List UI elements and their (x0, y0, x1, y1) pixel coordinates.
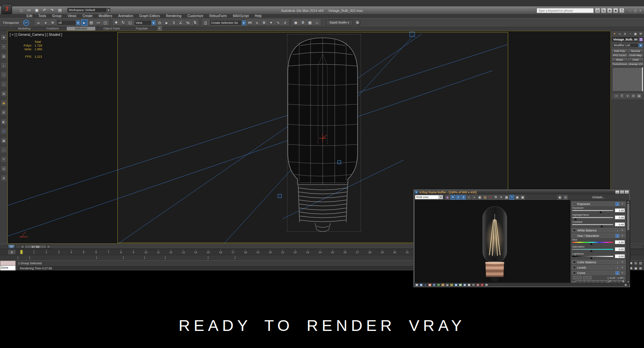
vfb-titlebar[interactable]: V V-Ray frame buffer - [100% of 800 x 43… (414, 190, 630, 194)
select-and-manipulate-icon[interactable]: ► (164, 19, 170, 26)
hue-saturation-section-header[interactable]: ✓ Hue / Saturation ✕ ≡ (572, 233, 626, 238)
menu-icon[interactable]: ≡ (621, 234, 624, 237)
application-button[interactable]: 3 (1, 4, 12, 14)
infocenter-search-input[interactable] (537, 8, 594, 13)
vfb-option-icon[interactable]: ‖ (480, 283, 484, 286)
slider-track[interactable] (572, 210, 613, 211)
slider-thumb[interactable] (574, 218, 577, 220)
ribbon-minimize-icon[interactable]: ▾ (156, 26, 163, 30)
vfb-option-icon[interactable]: ▦ (415, 283, 419, 286)
menu-item[interactable]: Graph Editors (136, 14, 163, 18)
qr-badge-icon[interactable]: QR (23, 20, 29, 26)
track-mouse-icon[interactable]: ✦ (499, 195, 503, 200)
maximize-viewport-icon[interactable]: ⊡ (638, 261, 643, 265)
vfb-option-icon[interactable]: ▣ (454, 283, 458, 286)
align-icon[interactable]: ≡ (254, 19, 260, 26)
listener-line[interactable]: Done (0, 266, 16, 271)
modifier-button[interactable]: Cloth (628, 58, 643, 62)
menu-icon[interactable]: ≡ (621, 271, 624, 275)
slider-thumb[interactable] (599, 211, 602, 213)
checkbox-unchecked[interactable] (573, 229, 576, 232)
slider-value-field[interactable]: 0,45 (615, 222, 625, 226)
follow-mouse-icon[interactable]: ⌖ (509, 195, 514, 200)
curve-point-handle[interactable] (623, 281, 624, 282)
select-and-link-icon[interactable]: ∞ (36, 19, 42, 26)
close-button[interactable]: × (638, 8, 643, 13)
utilities-tab[interactable]: ⚒ (638, 31, 643, 36)
slider-track[interactable] (572, 249, 613, 250)
vfb-option-icon[interactable]: ⊞ (432, 283, 436, 286)
boxed-dot-icon[interactable]: ⊡ (1, 166, 6, 171)
gear-icon[interactable]: ⚙ (1, 110, 6, 115)
menu-icon[interactable]: ≡ (621, 202, 624, 206)
mini-curve-editor-button[interactable]: ⊟ (8, 245, 15, 249)
minimize-button[interactable]: – (628, 8, 633, 13)
select-and-rotate-icon[interactable]: ↻ (120, 19, 126, 26)
globals-header[interactable]: Globals... (569, 196, 629, 199)
next-frame-arrow[interactable]: > (47, 245, 51, 249)
menu-item[interactable]: Create (79, 14, 96, 18)
save-image-icon[interactable]: ▣ (477, 195, 482, 200)
tab-selection[interactable]: Selection (67, 27, 95, 30)
material-editor-icon[interactable]: ◉ (293, 19, 299, 26)
magnifier-icon[interactable]: ◎ (563, 195, 568, 200)
menu-item[interactable]: Modifiers (96, 14, 115, 18)
exposure-section-header[interactable]: ✓ Exposure ✕ ≡ (572, 202, 626, 206)
vfb-option-icon[interactable]: ≈ (441, 283, 445, 286)
checkbox-unchecked[interactable] (573, 266, 576, 269)
slider-thumb[interactable] (590, 243, 593, 245)
menu-item[interactable]: RebusFarm (206, 14, 230, 18)
menu-item[interactable]: MAXScript (230, 14, 252, 18)
vfb-option-icon[interactable]: ▲ (445, 283, 449, 286)
levels-section-header[interactable]: Levels ▾ ≡ (572, 265, 626, 270)
stack-icon[interactable]: ≣ (1, 176, 6, 181)
spinner-snap-icon[interactable]: ⇅ (192, 19, 198, 26)
tab-freeform[interactable]: Freeform (39, 27, 67, 30)
vfb-option-icon[interactable]: ▦ (419, 283, 423, 286)
object-name-field[interactable]: Vintage_Bulb_002 (612, 37, 638, 42)
list-icon[interactable]: ▤ (1, 54, 6, 59)
menu-item[interactable]: Help (252, 14, 265, 18)
curve-tool-button[interactable] (583, 276, 592, 279)
menu-icon[interactable]: ≡ (621, 266, 624, 269)
sphere-icon[interactable]: ◉ (1, 100, 6, 106)
reference-coordinate-dropdown[interactable]: View ▼ (134, 20, 156, 25)
slider-thumb[interactable] (600, 225, 603, 227)
white-balance-section-header[interactable]: White Balance ▾ ≡ (572, 228, 626, 232)
duplicate-to-host-icon[interactable]: ⧉ (493, 195, 498, 200)
modifier-button[interactable]: Edit Poly (612, 49, 627, 53)
show-end-result-icon[interactable]: ‖ (620, 94, 624, 98)
graphite-ribbon-icon[interactable]: ▾ (268, 19, 274, 26)
slider-value-field[interactable]: 0,00 (615, 247, 625, 251)
slider-value-field[interactable]: 0,08 (615, 215, 625, 219)
modifier-button[interactable]: TurboSmooth (612, 62, 627, 66)
open-file-icon[interactable]: ▭ (26, 7, 32, 13)
mirror-icon[interactable]: ⋈ (247, 19, 253, 26)
modifier-stack-list[interactable] (612, 67, 643, 91)
curve-editor-icon[interactable]: ∿ (275, 19, 281, 26)
search-icon[interactable]: ⊙ (595, 8, 600, 13)
pin-stack-icon[interactable]: ⊸ (614, 94, 619, 98)
menu-item[interactable]: Rendering (163, 14, 184, 18)
percent-snap-icon[interactable]: % (185, 19, 191, 26)
bind-to-space-warp-icon[interactable]: ≋ (50, 19, 56, 26)
half-square-icon[interactable]: ◧ (1, 119, 6, 124)
modify-tab[interactable]: ∿ (618, 31, 622, 36)
compare-b-icon[interactable]: ▣ (520, 195, 525, 200)
schematic-view-icon[interactable]: # (282, 19, 288, 26)
sign-in-icon[interactable]: ✎ (601, 8, 606, 13)
modifier-list-dropdown[interactable]: Modifier List ▼ (612, 43, 643, 48)
collapse-icon[interactable]: ▾ (615, 229, 619, 232)
selection-filter-dropdown[interactable]: All ▼ (57, 20, 80, 25)
load-image-icon[interactable]: ▤ (483, 195, 487, 200)
vfb-minimize-button[interactable]: – (615, 190, 620, 194)
grid-tool-icon[interactable]: ⊞ (1, 91, 6, 96)
rendered-frame-window-icon[interactable]: ▦ (307, 19, 313, 26)
squid-studio-button[interactable]: Squid Studio v (326, 20, 353, 25)
vfb-option-icon[interactable]: ▦ (467, 283, 471, 286)
unlink-selection-icon[interactable]: ≠ (43, 19, 49, 26)
menu-item[interactable]: Customize (184, 14, 206, 18)
menu-item[interactable]: Animation (115, 14, 136, 18)
target-icon[interactable]: ⌖ (1, 44, 6, 49)
square-tool-icon[interactable]: □ (1, 72, 6, 77)
